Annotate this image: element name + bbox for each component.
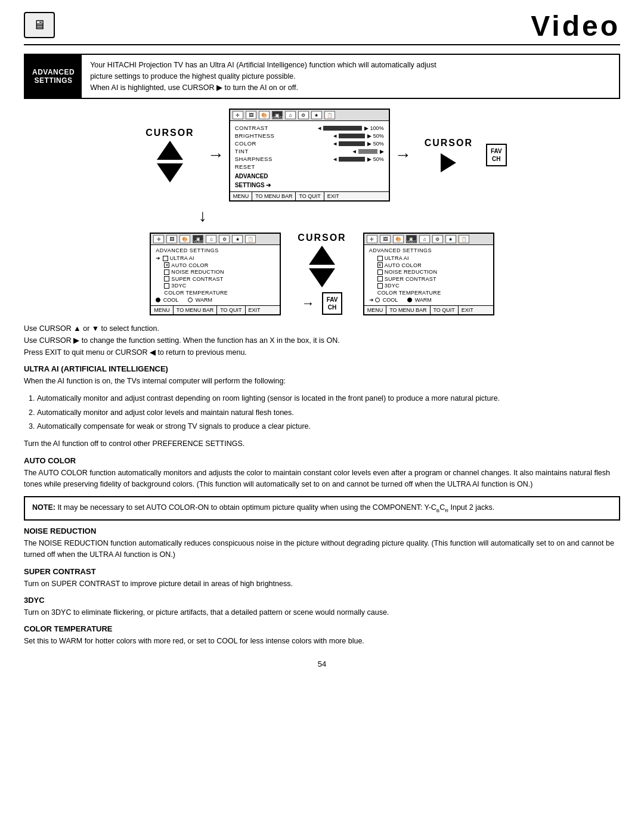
instruction-1: Use CURSOR ▲ or ▼ to select function. [24,323,620,335]
page-header: 🖥 Video [24,12,620,45]
ultra-ai-row-l: ➔ ULTRA AI [156,255,275,261]
pic-icon-r: 🖼 [380,235,391,243]
fav-icon-l: ★ [232,235,243,243]
reset-row: RESET [235,163,384,170]
3dyc-heading: 3DYC [24,596,620,605]
screen-topbar: ✛ 🖼 🎨 ▣ VIDEO ♫ ⚙ ★ 📋 [230,110,389,121]
settings-arrow-row: SETTINGS ➔ [235,180,384,189]
top-cursor-label-right: CURSOR [425,138,473,148]
3dyc-text: Turn on 3DYC to eliminate flickering, or… [24,607,620,618]
3dyc-check-r [377,283,383,289]
noise-reduction-heading: NOISE REDUCTION [24,527,620,535]
color-temp-row-r: COLOR TEMPERATURE [369,290,488,296]
super-contrast-text: Turn on SUPER CONTRAST to improve pictur… [24,578,620,590]
note-box: NOTE: It may be necessary to set AUTO CO… [24,496,620,521]
video-icon-l: ▣ VIDEO [193,235,203,243]
warm-radio-r [407,298,412,302]
audio-icon: ♫ [285,111,296,119]
auto-color-row-r: AUTO COLOR [369,262,488,268]
cursor-right-tri [441,153,456,172]
screen-menubar-top: MENU TO MENU BAR TO QUIT EXIT [230,191,389,200]
left-screen-topbar: ✛ 🖼 🎨 ▣ VIDEO ♫ ⚙ ★ 📋 [151,234,280,245]
ultra-ai-heading: ULTRA AI (ARTIFICIAL INTELLIGENCE) [24,364,620,373]
color-temp-text: Set this to WARM for hotter colors with … [24,636,620,647]
tint-row: TINT ◄ ▶ [235,148,384,154]
page-number: 54 [24,659,620,668]
fav-ch-box-top: FAVCH [486,144,507,166]
auto-color-check-r [377,262,383,268]
setup-icon: ⚙ [298,111,309,119]
noise-reduction-text: The NOISE REDUCTION function automatical… [24,538,620,561]
fav-icon-r: ★ [445,235,456,243]
cool-radio-r [375,298,380,302]
contrast-row: CONTRAST ◄ ▶ 100% [235,125,384,131]
audio-icon-r: ♫ [419,235,430,243]
super-con-check-l [164,276,169,281]
down-arrow-icon: ↓ [199,208,207,224]
right-arrow-bottom: → [302,296,315,311]
down-arrow-area: ↓ [24,208,620,224]
3dyc-check-l [164,283,169,289]
right-adv-menubar: MENU TO MENU BAR TO QUIT EXIT [364,305,493,314]
bottom-cursor: CURSOR → FAVCH [298,233,346,315]
noise-red-row-l: NOISE REDUCTION [156,269,275,275]
left-cursor-box: CURSOR [145,128,194,182]
left-adv-menubar: MENU TO MENU BAR TO QUIT EXIT [151,305,280,314]
right-cursor-area: CURSOR FAVCH [416,138,507,172]
auto-color-row-l: AUTO COLOR [156,262,275,268]
ultra-ai-item-2: Automatically monitor and adjust color l… [37,407,620,419]
nav-icon: ✛ [233,111,243,119]
super-con-row-r: SUPER CONTRAST [369,276,488,282]
ultra-ai-check-r [377,256,383,261]
ultra-ai-row-r: ULTRA AI [369,255,488,261]
page-title: Video [531,12,620,41]
nav-icon-l: ✛ [153,235,164,243]
ultra-ai-intro: When the AI function is on, the TVs inte… [24,376,620,387]
noise-red-check-l [164,270,169,275]
cursor-shape-bottom [309,246,335,287]
left-adv-content: ADVANCED SETTINGS ➔ ULTRA AI AUTO COLOR … [151,245,280,305]
cursor-up-triangle [157,141,183,160]
cursor-down-triangle [157,163,183,182]
cursor-shape-left [157,141,183,182]
bottom-tri-up [309,246,335,265]
instruction-2: Use CURSOR ▶ to change the function sett… [24,335,620,346]
pic-icon-l: 🖼 [166,235,177,243]
tv-icon: 🖥 [24,12,55,38]
right-screen-topbar: ✛ 🖼 🎨 ▣ VIDEO ♫ ⚙ ★ 📋 [364,234,493,245]
ultra-ai-item-1: Automatically monitor and adjust contras… [37,393,620,404]
ch-icon-r: 📋 [459,235,469,243]
auto-color-check-l [164,262,169,268]
video-icon-r: ▣ VIDEO [406,235,417,243]
right-adv-content: ADVANCED SETTINGS ULTRA AI AUTO COLOR NO… [364,245,493,305]
color-icon: 🎨 [259,111,270,119]
setup-icon-l: ⚙ [219,235,230,243]
audio-icon-l: ♫ [206,235,216,243]
bottom-fav-ch-area: → FAVCH [302,292,343,315]
super-con-check-r [377,276,383,281]
arrow-to-screen: → [208,147,224,163]
auto-color-text: The AUTO COLOR function automatically mo… [24,467,620,491]
sharpness-row: SHARPNESS ◄ ▶ 50% [235,156,384,162]
arrow-to-favcch: → [395,147,411,163]
screen-content: CONTRAST ◄ ▶ 100% BRIGHTNESS ◄ ▶ 50% [230,121,389,191]
temp-row-r: ➔ COOL WARM [369,297,488,303]
fav-icon: ★ [311,111,322,119]
note-label: NOTE: [32,503,55,512]
fav-ch-bottom: FAVCH [322,292,343,315]
setup-icon-r: ⚙ [432,235,443,243]
intro-label: ADVANCEDSETTINGS [25,55,82,98]
super-con-row-l: SUPER CONTRAST [156,276,275,282]
nav-icon-r: ✛ [367,235,377,243]
instruction-3: Press EXIT to quit menu or CURSOR ◀ to r… [24,346,620,358]
ultra-ai-extra: Turn the AI function off to control othe… [24,438,620,450]
ultra-ai-check-l [163,256,168,261]
3dyc-row-r: 3DYC [369,283,488,289]
intro-text: Your HITACHI Projection TV has an Ultra … [82,55,445,98]
color-icon-l: 🎨 [179,235,190,243]
cool-radio-l [156,298,160,302]
instructions-block: Use CURSOR ▲ or ▼ to select function. Us… [24,323,620,358]
video-icon-active: ▣ VIDEO [272,111,283,119]
advanced-label-row: ADVANCED [235,171,384,180]
left-adv-screen: ✛ 🖼 🎨 ▣ VIDEO ♫ ⚙ ★ 📋 ADVANCED SETTINGS … [150,233,281,315]
